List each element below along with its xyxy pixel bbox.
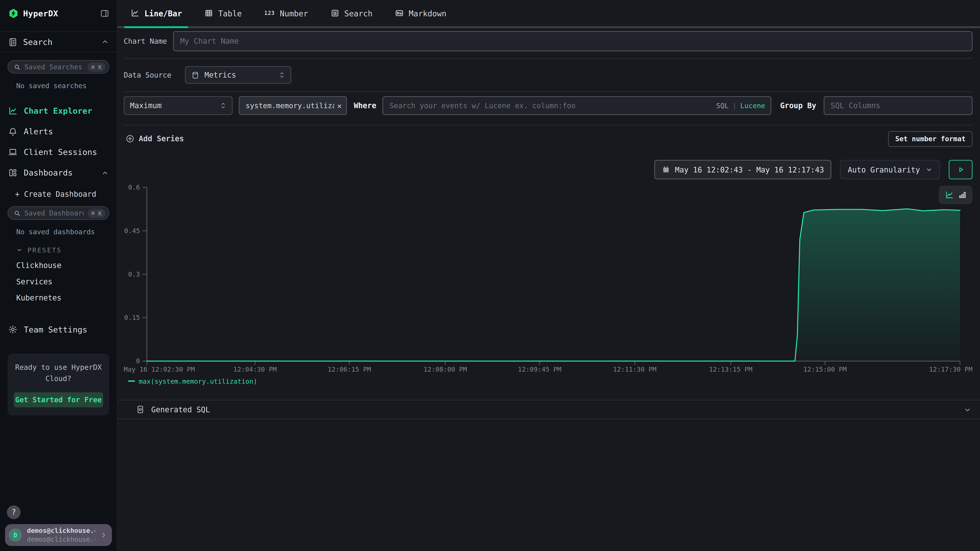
sidebar-item-chart-explorer[interactable]: Chart Explorer: [0, 101, 117, 121]
preset-item-clickhouse[interactable]: Clickhouse: [0, 254, 117, 270]
database-icon: [191, 71, 199, 79]
svg-text:12:04:30 PM: 12:04:30 PM: [233, 365, 277, 373]
user-menu[interactable]: D demos@clickhouse.com demos@clickhouse.…: [5, 524, 112, 546]
svg-text:0.3: 0.3: [128, 270, 140, 278]
search-icon: [14, 210, 21, 216]
laptop-icon: [8, 147, 18, 157]
remove-metric-icon[interactable]: ×: [334, 101, 342, 110]
chart-name-label: Chart Name: [124, 37, 167, 46]
preset-item-kubernetes[interactable]: Kubernetes: [0, 286, 117, 302]
chevron-right-icon: [100, 532, 107, 538]
chevron-updown-icon: [279, 71, 285, 79]
tab-label: Markdown: [409, 8, 446, 18]
chart-style-toggle: [939, 186, 972, 204]
chevron-down-icon: [926, 166, 932, 173]
date-range-value: May 16 12:02:43 - May 16 12:17:43: [675, 165, 824, 174]
svg-text:12:06:15 PM: 12:06:15 PM: [328, 365, 371, 373]
sidebar-section-search[interactable]: Search: [0, 31, 117, 52]
set-number-format-button[interactable]: Set number format: [888, 131, 972, 146]
search-icon: [14, 64, 21, 70]
group-by-input[interactable]: [824, 96, 973, 115]
play-icon: [956, 165, 965, 174]
add-series-row: Add Series Set number format: [124, 129, 972, 149]
presets-toggle[interactable]: PRESETS: [0, 236, 117, 254]
chevron-up-icon[interactable]: [101, 169, 109, 176]
create-dashboard-button[interactable]: + Create Dashboard: [0, 183, 117, 199]
line-chart-icon: [8, 106, 18, 116]
line-chart-toggle-icon[interactable]: [945, 191, 953, 199]
tab-search[interactable]: Search: [324, 0, 379, 28]
get-started-button[interactable]: Get Started for Free: [14, 392, 103, 407]
tab-label: Search: [344, 8, 372, 18]
sidebar-item-client-sessions[interactable]: Client Sessions: [0, 142, 117, 162]
svg-text:0.45: 0.45: [124, 227, 140, 235]
number-123-icon: 123: [264, 10, 275, 16]
hyperdx-logo-icon: [8, 8, 19, 19]
shortcut-badge: ⌘ K: [88, 62, 105, 71]
chevron-up-icon[interactable]: [101, 38, 109, 46]
generated-sql-label: Generated SQL: [151, 405, 210, 414]
sidebar-item-dashboards[interactable]: Dashboards: [0, 162, 117, 183]
sql-mode-toggle[interactable]: SQL: [716, 102, 729, 110]
chart-name-input[interactable]: [173, 31, 973, 51]
where-search-field[interactable]: [390, 101, 716, 110]
run-query-button[interactable]: [949, 160, 972, 179]
gear-icon: [8, 325, 18, 334]
where-search-input[interactable]: SQL | Lucene: [383, 96, 772, 115]
collapse-sidebar-icon[interactable]: [100, 9, 110, 18]
metric-chip[interactable]: system.memory.utiliza ×: [239, 96, 347, 115]
tab-table[interactable]: Table: [198, 0, 248, 28]
sidebar-nav: Chart Explorer Alerts Client Sessions Da…: [0, 101, 117, 183]
saved-dashboards-input[interactable]: Saved Dashboards ⌘ K: [8, 206, 110, 220]
tab-label: Line/Bar: [144, 8, 182, 18]
cloud-promo-panel: Ready to use HyperDX Cloud? Get Started …: [8, 354, 110, 415]
lucene-mode-toggle[interactable]: Lucene: [740, 102, 765, 110]
tab-line-bar[interactable]: Line/Bar: [124, 0, 188, 28]
tab-markdown[interactable]: Markdown: [389, 0, 453, 28]
legend-swatch: [128, 380, 135, 382]
granularity-select[interactable]: Auto Granularity: [840, 160, 940, 179]
saved-searches-input[interactable]: Saved Searches ⌘ K: [8, 60, 110, 74]
logo-row: HyperDX: [0, 0, 117, 25]
svg-text:0.6: 0.6: [128, 183, 140, 191]
data-source-label: Data Source: [124, 71, 171, 79]
app-title: HyperDX: [23, 9, 58, 18]
granularity-value: Auto Granularity: [848, 165, 920, 174]
saved-dashboards-placeholder: Saved Dashboards: [24, 209, 83, 217]
search-section-label: Search: [23, 37, 52, 46]
timeseries-chart[interactable]: 00.150.30.450.6May 16 12:02:30 PM12:04:3…: [118, 183, 980, 376]
add-series-button[interactable]: Add Series: [124, 134, 184, 143]
no-saved-dashboards-text: No saved dashboards: [0, 220, 117, 236]
aggregation-value: Maximum: [130, 101, 162, 110]
preset-item-services[interactable]: Services: [0, 270, 117, 286]
nav-label: Client Sessions: [24, 147, 97, 157]
chevron-down-icon: [16, 247, 23, 253]
app-root: HyperDX Search Saved Searches ⌘ K No sav…: [0, 0, 980, 551]
sidebar-item-alerts[interactable]: Alerts: [0, 121, 117, 142]
chart-type-tabs: Line/Bar Table 123 Number Search Markdow…: [118, 0, 980, 28]
date-range-input[interactable]: May 16 12:02:43 - May 16 12:17:43: [654, 160, 832, 179]
nav-label: Team Settings: [24, 325, 87, 334]
where-label: Where: [354, 101, 377, 110]
help-button[interactable]: ?: [7, 505, 21, 519]
aggregation-select[interactable]: Maximum: [124, 96, 232, 115]
cloud-promo-text-line2: Cloud?: [14, 373, 103, 385]
generated-sql-toggle[interactable]: Generated SQL: [118, 400, 980, 419]
data-source-row: Data Source Metrics: [124, 66, 972, 84]
svg-text:12:09:45 PM: 12:09:45 PM: [518, 365, 562, 373]
group-by-field[interactable]: [830, 101, 966, 110]
group-by-label: Group By: [780, 101, 816, 110]
tab-number[interactable]: 123 Number: [258, 0, 314, 28]
metric-chip-value: system.memory.utiliza: [246, 101, 334, 110]
chart-legend[interactable]: max(system.memory.utilization): [128, 377, 258, 385]
sidebar-item-team-settings[interactable]: Team Settings: [0, 319, 117, 340]
layout-grid-icon: [8, 168, 18, 177]
main-content: Line/Bar Table 123 Number Search Markdow…: [118, 0, 980, 551]
data-source-select[interactable]: Metrics: [185, 66, 291, 84]
legend-label: max(system.memory.utilization): [139, 377, 258, 385]
chart-name-field[interactable]: [180, 37, 966, 46]
bar-chart-toggle-icon[interactable]: [958, 191, 967, 199]
svg-text:12:15:00 PM: 12:15:00 PM: [803, 365, 847, 373]
nav-label: Alerts: [24, 127, 53, 136]
user-email: demos@clickhouse.com: [27, 527, 95, 535]
